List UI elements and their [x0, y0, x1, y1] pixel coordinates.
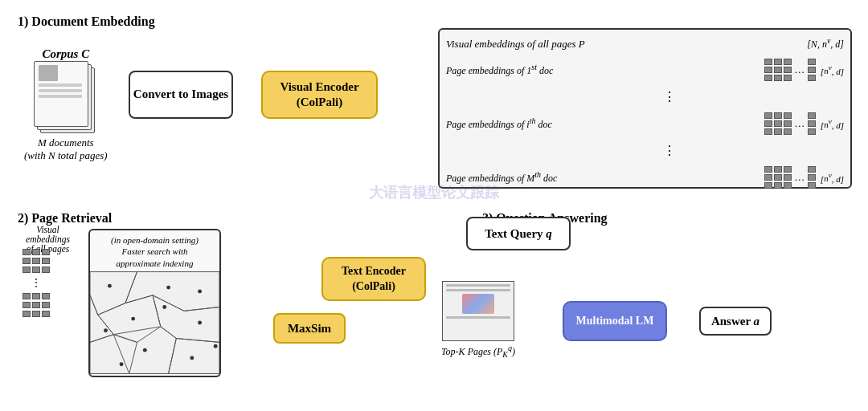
multimodal-lm-label: Multimodal LM [576, 314, 654, 328]
svg-point-31 [104, 328, 108, 332]
maxsim-box: MaxSim [273, 313, 346, 344]
embed-row-2: Page embeddings of ith doc … [446, 112, 844, 135]
doc-line-3 [39, 95, 82, 98]
topk-label: Top-K Pages (PKq) [434, 344, 522, 359]
corpus-label: Corpus C [24, 47, 108, 61]
text-query-box: Text Query q [466, 217, 571, 250]
voronoi-diagram [90, 271, 219, 375]
embeddings-title: Visual embeddings of all pages P [446, 38, 585, 51]
maxsim-label: MaxSim [288, 322, 331, 336]
visual-encoder-label: Visual Encoder(ColPali) [280, 79, 358, 111]
svg-point-29 [162, 305, 166, 309]
svg-point-27 [198, 289, 202, 293]
svg-point-30 [198, 320, 202, 324]
embeddings-panel: Visual embeddings of all pages P [N, nv,… [438, 28, 852, 189]
answer-label: Answer a [711, 315, 760, 328]
indexing-box: (in open-domain setting)Faster search wi… [88, 229, 221, 377]
embed-grid-2: … [764, 112, 816, 135]
svg-point-33 [190, 356, 194, 360]
text-encoder-box: Text Encoder(ColPali) [321, 257, 426, 301]
vis-embed-left: ⋮ [23, 249, 50, 317]
doc-stack [34, 61, 98, 133]
embed-row-3: Page embeddings of Mth doc … [446, 166, 844, 189]
svg-point-26 [166, 286, 170, 290]
answer-box: Answer a [699, 307, 772, 336]
embed-dots-2: ⋮ [494, 143, 844, 158]
svg-point-25 [108, 284, 112, 288]
section-1-label: 1) Document Embedding [18, 14, 155, 29]
doc-page-front [34, 61, 88, 127]
text-query-label: Text Query q [485, 227, 552, 241]
svg-point-28 [131, 317, 135, 321]
doc-img [39, 65, 58, 81]
embed-row-1: Page embeddings of 1st doc … [446, 59, 844, 81]
convert-to-images-box: Convert to Images [129, 71, 233, 119]
doc-line-1 [39, 83, 82, 87]
corpus-area: Corpus C M documents (with N total pages… [24, 44, 108, 162]
visual-encoder-box: Visual Encoder(ColPali) [261, 71, 378, 119]
corpus-n-label: (with N total pages) [24, 149, 108, 162]
doc-inner [36, 63, 84, 121]
corpus-m-label: M documents [24, 136, 108, 149]
topk-area: Top-K Pages (PKq) [434, 281, 522, 359]
embed-grid-1: … [764, 59, 816, 81]
embed-dots-1: ⋮ [494, 89, 844, 104]
dim-label-top: [N, nv, d] [807, 36, 844, 51]
svg-point-34 [120, 362, 124, 366]
multimodal-lm-box: Multimodal LM [563, 301, 667, 341]
svg-point-35 [214, 344, 218, 348]
svg-point-32 [143, 348, 147, 352]
section-2-label: 2) Page Retrieval [18, 211, 112, 226]
diagram-container: 1) Document Embedding 2) Page Retrieval … [0, 0, 868, 411]
indexing-label: (in open-domain setting)Faster search wi… [90, 230, 219, 271]
doc-line-2 [39, 89, 82, 92]
embed-grid-3: … [764, 166, 816, 189]
topk-doc [442, 281, 514, 341]
text-encoder-label: Text Encoder(ColPali) [342, 264, 406, 293]
convert-to-images-label: Convert to Images [133, 87, 228, 103]
